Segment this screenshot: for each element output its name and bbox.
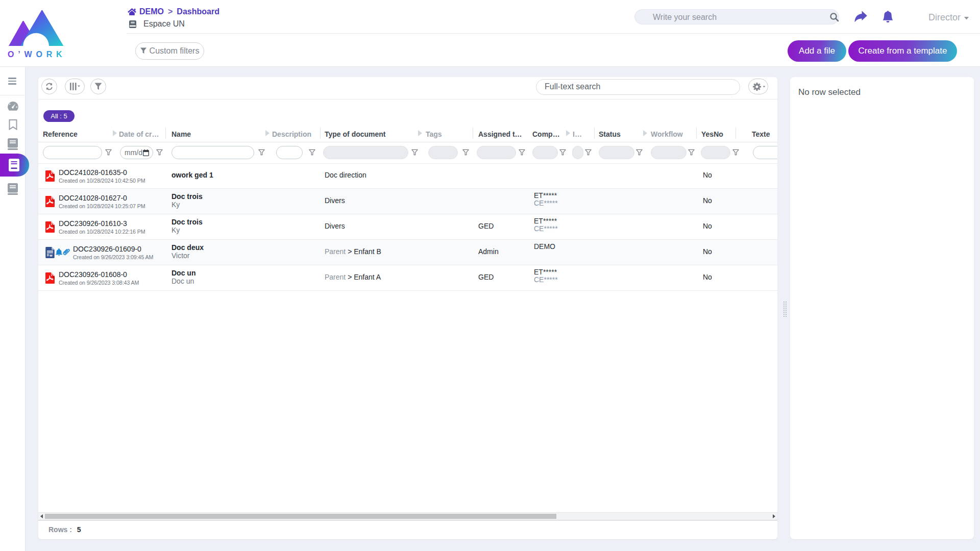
svg-text:w: w — [49, 253, 53, 258]
svg-text:O’WORK: O’WORK — [8, 50, 64, 59]
